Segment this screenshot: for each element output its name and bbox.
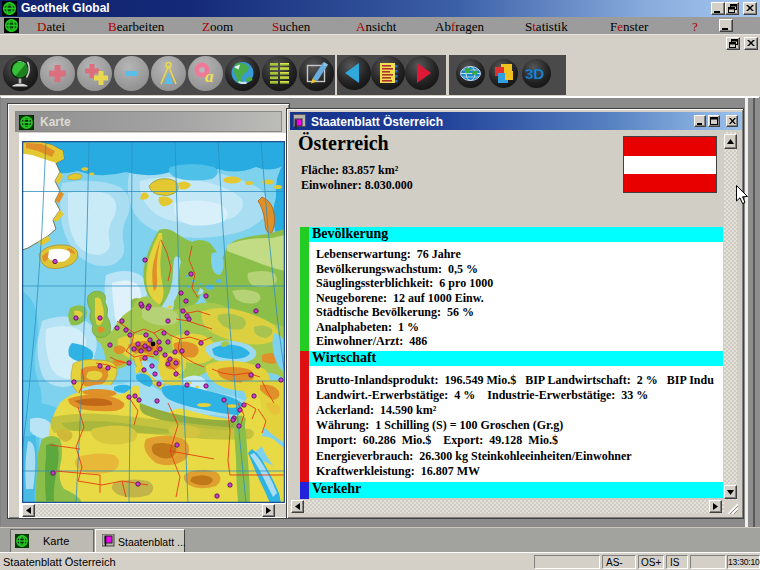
svg-text:a: a: [205, 67, 214, 86]
svg-text:3D: 3D: [525, 65, 544, 82]
